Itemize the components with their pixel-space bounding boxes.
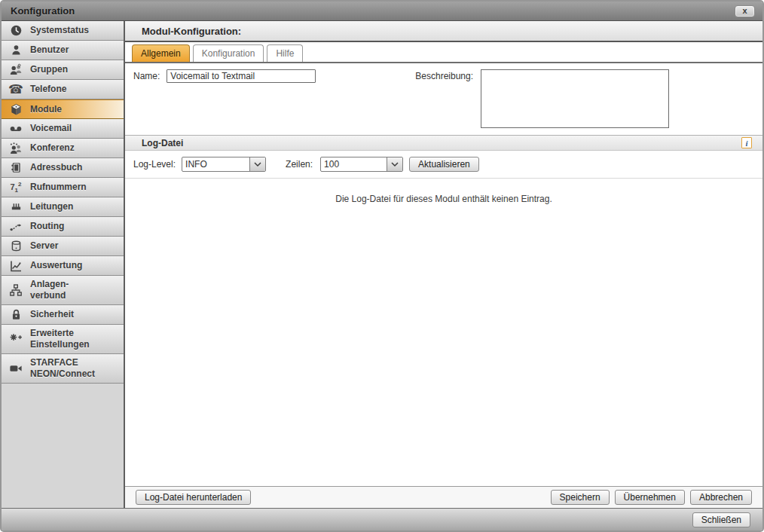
log-empty-message: Die Log-Datei für dieses Modul enthält k… [125, 194, 762, 204]
conference-icon [7, 142, 25, 155]
chevron-down-icon [387, 157, 402, 171]
address-book-icon [7, 161, 25, 174]
lines-value: 100 [321, 157, 387, 171]
sidebar-item-adressbuch[interactable]: Adressbuch [2, 158, 124, 178]
phone-icon: ☎ [7, 84, 25, 96]
name-input[interactable] [167, 69, 316, 83]
sidebar-filler [2, 384, 124, 508]
sidebar-item-routing[interactable]: Routing [2, 217, 124, 237]
lines-select[interactable]: 100 [320, 157, 403, 172]
sidebar-item-konferenz[interactable]: Konferenz [2, 139, 124, 158]
main-panel: Modul-Konfiguration: Allgemein Konfigura… [125, 21, 762, 508]
lock-icon [7, 308, 25, 321]
configuration-window: Konfiguration x Systemstatus Benutzer [0, 0, 764, 532]
name-label: Name: [133, 69, 160, 81]
routing-icon [7, 220, 25, 234]
tab-strip: Allgemein Konfiguration Hilfe [125, 42, 762, 63]
window-title: Konfiguration [11, 5, 75, 17]
sidebar-item-label: Benutzer [30, 44, 69, 56]
sidebar-item-module[interactable]: Module [2, 99, 124, 119]
log-level-value: INFO [182, 157, 249, 171]
sidebar-item-label: Sicherheit [30, 309, 74, 320]
sidebar: Systemstatus Benutzer Gruppen ☎ Telefone [2, 21, 125, 508]
sidebar-item-label: Server [30, 240, 58, 252]
log-level-label: Log-Level: [133, 159, 176, 170]
window-close-button[interactable]: x [735, 5, 755, 17]
refresh-button[interactable]: Aktualisieren [409, 157, 479, 172]
sidebar-item-label: Erweiterte Einstellungen [30, 328, 90, 350]
sidebar-item-label: Telefone [30, 84, 66, 95]
sidebar-item-label: Adressbuch [30, 162, 82, 173]
sidebar-item-label: Konferenz [30, 142, 75, 154]
sidebar-item-anlagenverbund[interactable]: Anlagen- verbund [2, 276, 124, 305]
apply-button[interactable]: Übernehmen [615, 490, 685, 505]
log-section-header: Log-Datei i [125, 135, 762, 151]
tab-konfiguration[interactable]: Konfiguration [193, 44, 264, 62]
close-button[interactable]: Schließen [692, 512, 750, 527]
sidebar-item-voicemail[interactable]: Voicemail [2, 119, 124, 139]
users-group-icon [7, 63, 25, 77]
titlebar: Konfiguration x [2, 2, 762, 21]
sidebar-item-telefone[interactable]: ☎ Telefone [2, 80, 124, 99]
sidebar-item-server[interactable]: Server [2, 237, 124, 256]
network-icon [7, 283, 25, 297]
description-label: Beschreibung: [415, 69, 473, 81]
chart-icon [7, 259, 25, 273]
clock-icon [7, 24, 25, 37]
cube-icon [7, 103, 25, 116]
video-camera-icon [7, 362, 25, 375]
sidebar-item-label: Anlagen- verbund [30, 279, 69, 301]
info-icon[interactable]: i [741, 137, 752, 148]
content-filler [125, 204, 762, 486]
download-log-button[interactable]: Log-Datei herunterladen [136, 490, 251, 505]
sidebar-item-systemstatus[interactable]: Systemstatus [2, 21, 124, 41]
user-icon [7, 44, 25, 57]
log-controls: Log-Level: INFO Zeilen: 100 Ak [125, 151, 762, 179]
sidebar-item-label: Routing [30, 221, 64, 232]
tab-allgemein[interactable]: Allgemein [132, 44, 190, 62]
tab-content: Name: Beschreibung: Log-Datei i Log-Leve… [125, 63, 762, 508]
main-header: Modul-Konfiguration: [125, 21, 762, 42]
sidebar-item-erweiterte-einstellungen[interactable]: Erweiterte Einstellungen [2, 325, 124, 354]
chevron-down-icon [249, 157, 265, 171]
general-form: Name: Beschreibung: [125, 63, 762, 135]
log-level-select[interactable]: INFO [182, 157, 266, 172]
sidebar-item-benutzer[interactable]: Benutzer [2, 41, 124, 60]
sidebar-item-leitungen[interactable]: Leitungen [2, 197, 124, 217]
description-textarea[interactable] [481, 69, 669, 128]
voicemail-icon [7, 122, 25, 136]
sidebar-item-label: Systemstatus [30, 25, 89, 36]
sidebar-item-starface-neon[interactable]: STARFACE NEON/Connect [2, 354, 124, 384]
sidebar-item-auswertung[interactable]: Auswertung [2, 256, 124, 276]
sidebar-item-label: Module [30, 104, 62, 115]
cancel-button[interactable]: Abbrechen [690, 490, 752, 505]
gear-plus-icon [7, 332, 25, 346]
log-section-title: Log-Datei [142, 138, 183, 148]
sidebar-item-label: Leitungen [30, 201, 73, 212]
sidebar-item-gruppen[interactable]: Gruppen [2, 60, 124, 80]
lines-comb-icon [7, 200, 25, 213]
page-title: Modul-Konfiguration: [142, 26, 241, 37]
window-body: Systemstatus Benutzer Gruppen ☎ Telefone [2, 21, 762, 508]
save-button[interactable]: Speichern [551, 490, 610, 505]
sidebar-item-label: Gruppen [30, 64, 68, 75]
sidebar-item-label: Auswertung [30, 260, 82, 271]
sidebar-item-rufnummern[interactable]: 712 Rufnummern [2, 178, 124, 197]
sidebar-item-label: Rufnummern [30, 182, 87, 193]
lines-label: Zeilen: [286, 159, 313, 170]
sidebar-item-label: Voicemail [30, 123, 72, 134]
server-icon [7, 240, 25, 252]
sidebar-item-sicherheit[interactable]: Sicherheit [2, 305, 124, 325]
sidebar-item-label: STARFACE NEON/Connect [30, 357, 95, 380]
tab-hilfe[interactable]: Hilfe [267, 44, 303, 62]
window-footer: Schließen [2, 508, 762, 530]
numbers-icon: 712 [7, 182, 25, 194]
close-icon: x [742, 7, 747, 15]
action-row: Log-Datei herunterladen Speichern Überne… [125, 486, 762, 508]
